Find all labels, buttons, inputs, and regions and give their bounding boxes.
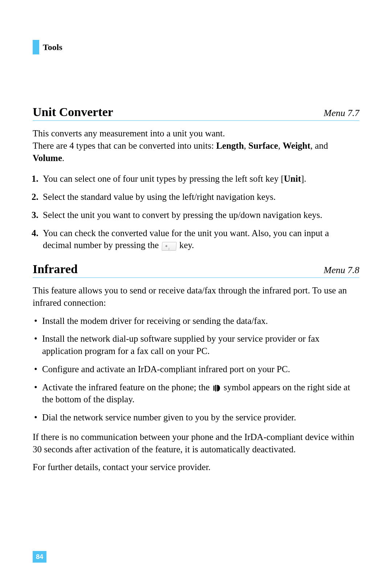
section-header-unit-converter: Unit Converter Menu 7.7	[33, 105, 359, 121]
step-4: You can check the converted value for th…	[41, 227, 359, 252]
para-contact: For further details, contact your servic…	[33, 461, 359, 473]
step-text: You can select one of four unit types by…	[43, 174, 284, 184]
bullet-4: Activate the infrared feature on the pho…	[33, 381, 359, 406]
menu-reference: Menu 7.7	[324, 108, 359, 119]
type-surface: Surface	[248, 141, 278, 151]
bullet-1: Install the modem driver for receiving o…	[33, 315, 359, 327]
ordered-steps: You can select one of four unit types by…	[33, 173, 359, 251]
bullet-3: Configure and activate an IrDA-compliant…	[33, 363, 359, 375]
bullet-text: Activate the infrared feature on the pho…	[42, 382, 212, 392]
unit-bold: Unit	[284, 174, 301, 184]
step-2: Select the standard value by using the l…	[41, 191, 359, 203]
section-header-infrared: Infrared Menu 7.8	[33, 262, 359, 278]
document-page: Tools Unit Converter Menu 7.7 This conve…	[0, 0, 392, 588]
type-weight: Weight	[283, 141, 310, 151]
intro-line-1: This converts any measurement into a uni…	[33, 128, 225, 138]
para-timeout: If there is no communication between you…	[33, 431, 359, 456]
bullet-2: Install the network dial-up software sup…	[33, 333, 359, 357]
header-accent-bar	[33, 40, 39, 54]
sep: ,	[244, 141, 249, 151]
section-intro: This feature allows you to send or recei…	[33, 284, 359, 309]
and: , and	[310, 141, 328, 151]
bullet-5: Dial the network service number given to…	[33, 411, 359, 424]
star-key-icon: ＊⁞	[162, 242, 177, 251]
step-text-end: ].	[301, 174, 306, 184]
sep: ,	[278, 141, 283, 151]
step-1: You can select one of four unit types by…	[41, 173, 359, 185]
chapter-header: Tools	[33, 40, 359, 54]
step-text-end: key.	[177, 240, 194, 250]
section-title: Unit Converter	[33, 105, 113, 119]
type-length: Length	[216, 141, 244, 151]
page-number: 84	[33, 551, 46, 563]
type-volume: Volume	[33, 153, 62, 163]
infrared-icon	[213, 385, 220, 391]
period: .	[62, 153, 64, 163]
intro-line-2a: There are 4 types that can be converted …	[33, 141, 216, 151]
step-3: Select the unit you want to convert by p…	[41, 209, 359, 221]
menu-reference: Menu 7.8	[324, 265, 359, 276]
chapter-title: Tools	[43, 42, 62, 52]
section-intro: This converts any measurement into a uni…	[33, 127, 359, 164]
section-title: Infrared	[33, 262, 78, 276]
bullet-list: Install the modem driver for receiving o…	[33, 315, 359, 424]
